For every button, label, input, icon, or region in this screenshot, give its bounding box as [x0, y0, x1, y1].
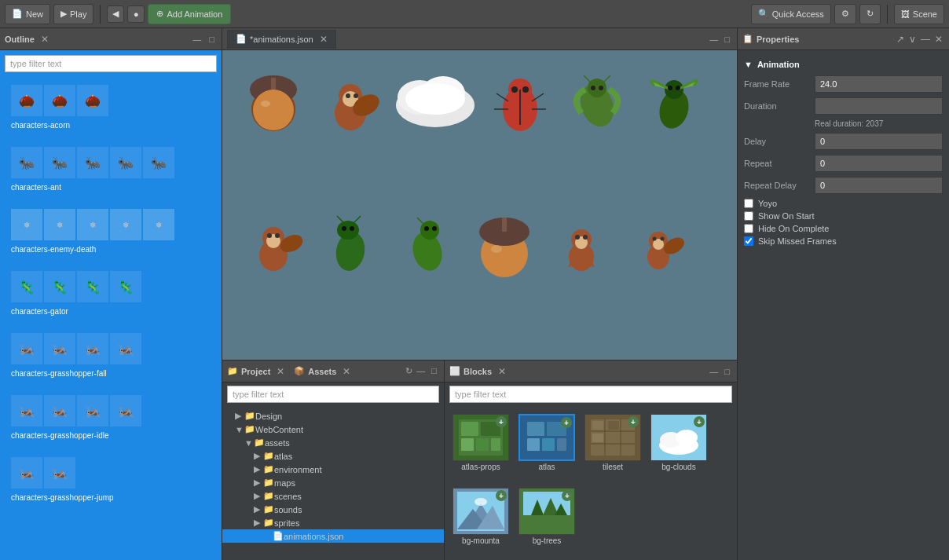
- blocks-minimize-button[interactable]: —: [707, 367, 720, 376]
- skip-missed-frames-label: Skip Missed Frames: [758, 236, 837, 246]
- sprite-thumb: 🐜: [11, 147, 42, 178]
- svg-point-11: [354, 93, 358, 98]
- folder-icon: 📁: [244, 424, 255, 434]
- list-item[interactable]: 🐜 🐜 🐜 🐜 🐜 characters-ant: [0, 139, 222, 201]
- repeat-delay-input[interactable]: [815, 177, 943, 194]
- block-add-button[interactable]: +: [496, 416, 507, 427]
- nav-forward-button[interactable]: ●: [127, 5, 145, 23]
- separator-2: [887, 5, 888, 24]
- block-atlas[interactable]: + atlas: [515, 411, 578, 481]
- project-header: 📁 Project ✕ 📦 Assets ✕ ↻ — □: [222, 361, 444, 382]
- svg-rect-89: [592, 434, 603, 442]
- block-add-button[interactable]: +: [562, 490, 573, 501]
- delay-input[interactable]: [815, 133, 943, 150]
- animation-collapse-icon[interactable]: ▼: [744, 60, 753, 69]
- add-animation-label: Add Animation: [167, 9, 222, 19]
- tree-item-webcontent[interactable]: ▼ 📁 WebContent: [222, 423, 444, 436]
- project-minimize-button[interactable]: —: [414, 366, 427, 376]
- props-export-button[interactable]: ↗: [895, 32, 906, 46]
- list-item[interactable]: 🦗 🦗 🦗 🦗 characters-grasshopper-idle: [0, 387, 222, 449]
- nav-back-button[interactable]: ◀: [107, 5, 124, 23]
- editor-minimize-button[interactable]: —: [707, 35, 720, 44]
- play-button[interactable]: ▶ Play: [53, 4, 93, 24]
- block-bg-mountain[interactable]: + bg-mounta: [449, 485, 512, 555]
- props-chevron-button[interactable]: ∨: [907, 32, 918, 46]
- assets-close-button[interactable]: ✕: [343, 366, 350, 377]
- outline-item-label: characters-grasshopper-idle: [6, 430, 215, 445]
- skip-missed-frames-checkbox[interactable]: [744, 236, 753, 246]
- block-add-button[interactable]: +: [694, 416, 705, 427]
- block-add-button[interactable]: +: [628, 416, 639, 427]
- tree-item-environment[interactable]: ▶ 📁 environment: [222, 463, 444, 476]
- project-panel: 📁 Project ✕ 📦 Assets ✕ ↻ — □ ▶: [222, 361, 445, 560]
- quick-access-button[interactable]: 🔍 Quick Access: [751, 4, 831, 24]
- svg-point-35: [676, 86, 680, 90]
- scene-button[interactable]: 🖼 Scene: [894, 4, 944, 24]
- props-minimize-button[interactable]: —: [919, 32, 932, 46]
- refresh-icon-project[interactable]: ↻: [405, 366, 412, 376]
- block-atlas-props[interactable]: + atlas-props: [449, 411, 512, 481]
- block-add-button[interactable]: +: [561, 417, 572, 428]
- project-filter-input[interactable]: [227, 386, 439, 403]
- tree-item-label: maps: [274, 478, 295, 488]
- block-thumb: +: [518, 414, 575, 461]
- tree-item-assets[interactable]: ▼ 📁 assets: [222, 436, 444, 449]
- editor-maximize-button[interactable]: □: [722, 35, 732, 44]
- anim-frame-6: [639, 66, 709, 137]
- outline-close-button[interactable]: ✕: [41, 34, 49, 45]
- list-item[interactable]: ❄ ❄ ❄ ❄ ❄ characters-enemy-death: [0, 201, 222, 263]
- list-item[interactable]: 🦎 🦎 🦎 🦎 characters-gator: [0, 263, 222, 325]
- new-button[interactable]: 📄 New: [5, 4, 50, 24]
- outline-filter-input[interactable]: [5, 55, 217, 72]
- blocks-filter-input[interactable]: [449, 386, 732, 403]
- tree-item-sprites[interactable]: ▶ 📁 sprites: [222, 516, 444, 529]
- svg-point-4: [261, 101, 270, 107]
- sprite-thumb: 🦗: [11, 457, 42, 489]
- svg-point-56: [491, 245, 502, 253]
- tree-item-animations-json[interactable]: 📄 animations.json: [222, 529, 444, 543]
- tree-item-design[interactable]: ▶ 📁 Design: [222, 409, 444, 423]
- project-close-button[interactable]: ✕: [277, 366, 284, 377]
- svg-line-45: [353, 216, 361, 224]
- properties-body: ▼ Animation Frame Rate Duration Real dur…: [738, 50, 949, 560]
- tree-item-sounds[interactable]: ▶ 📁 sounds: [222, 503, 444, 516]
- block-thumb: +: [650, 414, 707, 461]
- refresh-icon: ↻: [867, 9, 874, 19]
- animation-tab[interactable]: 📄 *animations.json ✕: [227, 30, 336, 49]
- block-tileset[interactable]: + tileset: [581, 411, 644, 481]
- outline-maximize-button[interactable]: □: [207, 35, 217, 44]
- sprite-group: 🌰 🌰 🌰: [6, 82, 215, 119]
- refresh-button[interactable]: ↻: [859, 4, 881, 24]
- new-icon: 📄: [12, 9, 23, 19]
- framerate-input[interactable]: [815, 75, 943, 93]
- add-animation-button[interactable]: ⊕ Add Animation: [148, 4, 231, 24]
- quick-access-label: Quick Access: [772, 9, 824, 19]
- animation-tab-close[interactable]: ✕: [320, 34, 328, 45]
- new-label: New: [26, 9, 43, 19]
- sprite-beetle-svg: [485, 66, 555, 137]
- props-close-button[interactable]: ✕: [933, 32, 944, 46]
- list-item[interactable]: 🌰 🌰 🌰 characters-acorn: [0, 77, 222, 139]
- tree-item-scenes[interactable]: ▶ 📁 scenes: [222, 489, 444, 503]
- sprite-squirrel-svg: [315, 66, 386, 137]
- blocks-maximize-button[interactable]: □: [722, 367, 732, 376]
- tree-item-atlas[interactable]: ▶ 📁 atlas: [222, 449, 444, 463]
- duration-input[interactable]: [815, 97, 943, 115]
- settings-button[interactable]: ⚙: [834, 4, 856, 24]
- list-item[interactable]: 🦗 🦗 🦗 🦗 characters-grasshopper-fall: [0, 325, 222, 387]
- blocks-close-button[interactable]: ✕: [498, 366, 506, 377]
- project-maximize-button[interactable]: □: [429, 366, 439, 376]
- svg-line-28: [584, 75, 592, 83]
- repeat-input[interactable]: [815, 155, 943, 172]
- yoyo-checkbox[interactable]: [744, 199, 753, 208]
- block-bg-trees[interactable]: + bg-trees: [515, 485, 578, 555]
- block-add-button[interactable]: +: [496, 490, 507, 501]
- list-item[interactable]: 🦗 🦗 characters-grasshopper-jump: [0, 449, 222, 511]
- hide-on-complete-checkbox[interactable]: [744, 224, 753, 233]
- sprite-thumb: ❄: [110, 209, 141, 240]
- show-on-start-checkbox[interactable]: [744, 211, 753, 221]
- block-bg-clouds[interactable]: + bg-clouds: [647, 411, 710, 481]
- svg-line-44: [337, 216, 345, 224]
- outline-minimize-button[interactable]: —: [190, 35, 203, 44]
- tree-item-maps[interactable]: ▶ 📁 maps: [222, 476, 444, 489]
